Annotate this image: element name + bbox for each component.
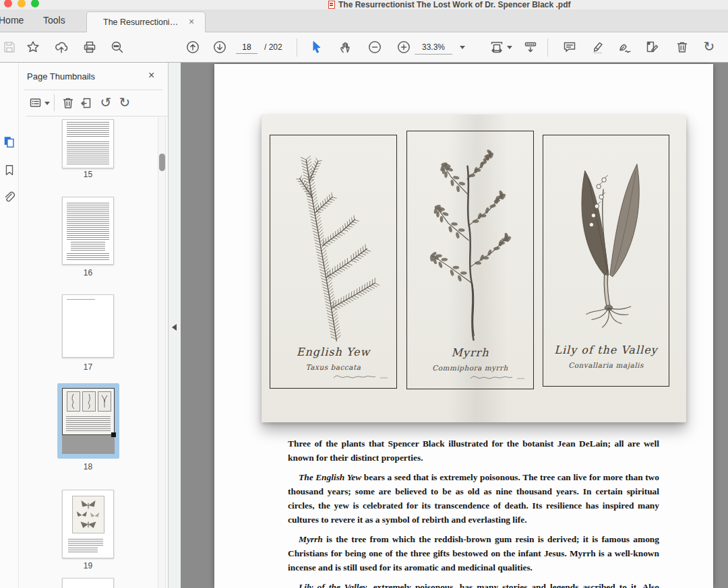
thumbnail-page-18-selected[interactable] xyxy=(57,383,119,459)
plate-panel-english-yew: English Yew Taxus baccata xyxy=(270,135,397,389)
thumbnail-page-16[interactable] xyxy=(62,197,114,265)
insert-page-icon[interactable] xyxy=(80,96,94,110)
thumbnail-label: 15 xyxy=(62,170,114,179)
tab-close-icon[interactable]: × xyxy=(189,16,194,27)
delete-page-icon[interactable] xyxy=(675,40,690,55)
zoom-in-icon[interactable] xyxy=(396,40,411,55)
tab-bar: Home Tools The Resurrectioni… × xyxy=(0,9,728,32)
window-titlebar: The Resurrectionist The Lost Work of Dr.… xyxy=(0,0,728,9)
navigation-rail xyxy=(0,63,19,588)
plate-caption-latin: Taxus baccata xyxy=(270,363,396,371)
paragraph: Lily of the Valley, extremely poisonous,… xyxy=(288,580,659,588)
save-button[interactable] xyxy=(2,40,17,55)
zoom-window-button[interactable] xyxy=(31,0,39,7)
paragraph: Myrrh is the tree from which the reddish… xyxy=(288,532,659,575)
delete-pages-icon[interactable] xyxy=(61,96,75,110)
thumbnail-page-15[interactable] xyxy=(62,119,114,168)
comment-icon[interactable] xyxy=(562,40,577,55)
page-number-input[interactable] xyxy=(236,41,257,54)
lily-drawing xyxy=(543,139,669,348)
yew-drawing xyxy=(270,139,396,348)
thumbnail-page-19[interactable] xyxy=(62,490,114,558)
rotate-counterclockwise-icon[interactable]: ↺ xyxy=(98,95,113,110)
page-total-label: / 202 xyxy=(264,42,282,52)
fit-width-icon[interactable] xyxy=(489,40,504,55)
main-toolbar: / 202 33.3% ↻ xyxy=(0,32,728,63)
signature-scribble xyxy=(332,371,390,383)
redo-icon[interactable]: ↻ xyxy=(702,39,717,54)
page-thumbnails-panel-icon[interactable] xyxy=(3,135,16,149)
tab-home[interactable]: Home xyxy=(0,15,24,26)
select-tool-icon[interactable] xyxy=(309,40,324,55)
previous-page-button[interactable] xyxy=(185,40,200,55)
plate-panel-myrrh: Myrrh Commiphora myrrh xyxy=(406,131,534,389)
collapse-panel-arrow-icon[interactable] xyxy=(172,324,177,331)
panel-title: Page Thumbnails xyxy=(27,71,95,81)
minimize-window-button[interactable] xyxy=(18,0,26,7)
zoom-level-value[interactable]: 33.3% xyxy=(415,42,452,55)
thumbnail-label: 17 xyxy=(62,362,114,372)
bookmarks-panel-icon[interactable] xyxy=(3,164,16,177)
print-button[interactable] xyxy=(82,40,97,55)
tab-document[interactable]: The Resurrectioni… × xyxy=(86,11,206,32)
signature-scribble xyxy=(468,372,526,384)
plate-panel-lily-of-the-valley: Lily of the Valley Convallaria majalis xyxy=(543,135,669,387)
panel-separator xyxy=(54,94,55,111)
panel-collapse-strip xyxy=(169,63,181,588)
divider xyxy=(24,90,162,90)
zoom-dropdown-caret-icon[interactable] xyxy=(460,46,465,49)
pdf-page: English Yew Taxus baccata Myrrh Commipho… xyxy=(214,64,713,588)
toolbar-separator xyxy=(297,38,297,57)
toolbar-separator xyxy=(547,38,548,57)
thumbnails-scrollbar-thumb[interactable] xyxy=(159,154,165,171)
thumbnail-options-icon[interactable] xyxy=(28,96,43,110)
share-upload-button[interactable] xyxy=(54,40,69,55)
thumbnail-page-20[interactable] xyxy=(62,578,114,588)
highlight-icon[interactable] xyxy=(590,40,605,55)
page-body-text: Three of the plants that Spencer Black i… xyxy=(288,436,659,588)
star-favorite-button[interactable] xyxy=(26,40,40,55)
plate-caption-title: Myrrh xyxy=(407,346,533,359)
thumbnail-viewport-rect[interactable] xyxy=(62,388,115,435)
rotate-clockwise-icon[interactable]: ↻ xyxy=(117,95,132,110)
plate-caption-title: English Yew xyxy=(270,346,396,358)
close-window-button[interactable] xyxy=(4,0,12,7)
attachments-panel-icon[interactable] xyxy=(3,191,16,204)
paragraph: Three of the plants that Spencer Black i… xyxy=(288,436,659,465)
acrobat-window: The Resurrectionist The Lost Work of Dr.… xyxy=(0,0,728,588)
tab-document-label: The Resurrectioni… xyxy=(103,18,178,27)
search-icon[interactable] xyxy=(110,40,125,55)
viewport-resize-handle[interactable] xyxy=(111,432,116,437)
myrrh-drawing xyxy=(407,135,533,344)
plate-caption-latin: Convallaria majalis xyxy=(543,361,669,369)
next-page-button[interactable] xyxy=(212,40,227,55)
paragraph: The English Yew bears a seed that is ext… xyxy=(288,470,659,527)
thumbnails-scrollbar-track[interactable] xyxy=(158,117,166,588)
thumbnail-label: 16 xyxy=(62,268,114,277)
thumbnail-options-caret-icon[interactable] xyxy=(44,102,50,105)
edit-document-icon[interactable] xyxy=(644,40,659,55)
sign-pen-icon[interactable] xyxy=(617,40,632,55)
thumbnail-label: 19 xyxy=(62,561,114,570)
scrolling-mode-icon[interactable] xyxy=(523,40,538,55)
plate-caption-latin: Commiphora myrrh xyxy=(407,364,533,372)
botanical-plate-image: English Yew Taxus baccata Myrrh Commipho… xyxy=(262,115,686,422)
thumbnail-label: 18 xyxy=(62,462,114,471)
hand-tool-icon[interactable] xyxy=(338,40,353,55)
panel-close-icon[interactable]: × xyxy=(148,69,154,81)
divider xyxy=(26,116,168,117)
thumbnails-panel: Page Thumbnails × ↺ ↻ 15 16 17 xyxy=(19,63,169,588)
thumbnail-page-17[interactable] xyxy=(62,294,114,358)
zoom-out-icon[interactable] xyxy=(367,40,382,55)
tab-tools[interactable]: Tools xyxy=(43,15,65,26)
document-view[interactable]: English Yew Taxus baccata Myrrh Commipho… xyxy=(181,63,728,588)
thumbnail-offscreen-area xyxy=(62,435,115,454)
window-title: The Resurrectionist The Lost Work of Dr.… xyxy=(338,0,571,9)
pdf-file-icon xyxy=(328,1,335,9)
plate-caption-title: Lily of the Valley xyxy=(543,344,669,356)
fit-dropdown-caret-icon[interactable] xyxy=(507,46,512,49)
